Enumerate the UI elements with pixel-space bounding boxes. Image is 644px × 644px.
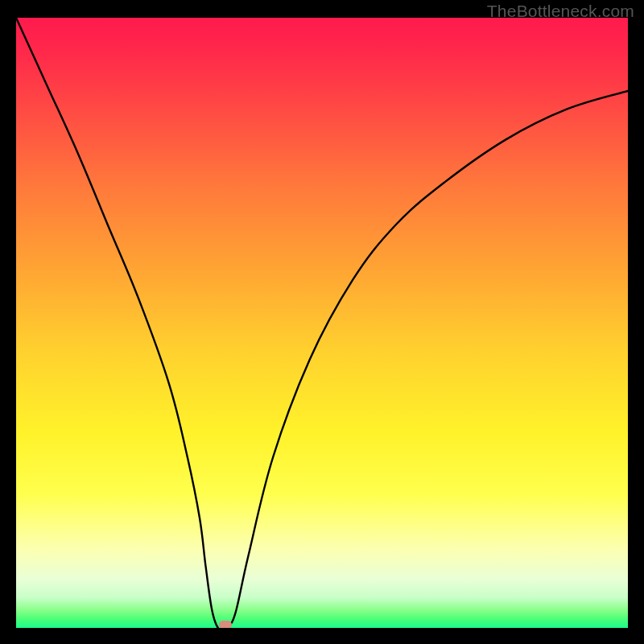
watermark-text: TheBottleneck.com	[487, 2, 634, 21]
bottleneck-curve	[16, 18, 628, 628]
plot-area	[16, 18, 628, 628]
optimal-point-marker	[219, 621, 232, 628]
